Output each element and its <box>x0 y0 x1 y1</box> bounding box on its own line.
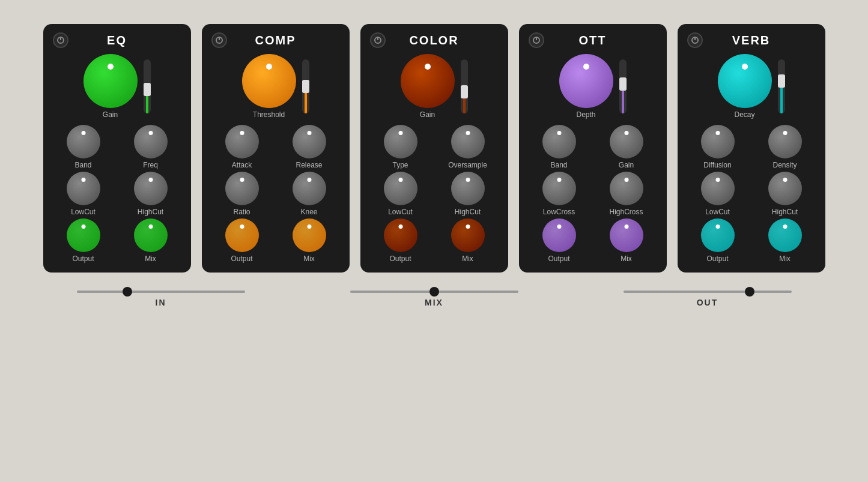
color-lowcut-knob-label: LowCut <box>388 208 413 216</box>
module-comp: COMPThresholdAttackReleaseRatioKneeOutpu… <box>202 24 350 273</box>
comp-attack-knob-dot <box>240 131 244 135</box>
eq-output-knob[interactable] <box>67 218 100 252</box>
eq-freq-knob[interactable] <box>134 125 168 158</box>
color-main-knob[interactable] <box>401 54 455 108</box>
comp-main-knob[interactable] <box>242 54 296 108</box>
ott-output-knob[interactable] <box>542 218 576 252</box>
verb-power-button[interactable] <box>687 32 703 48</box>
eq-main-knob-label: Gain <box>103 110 118 119</box>
verb-lowcut-knob[interactable] <box>701 172 735 205</box>
ott-power-button[interactable] <box>529 32 544 48</box>
color-type-knob-dot <box>398 131 402 135</box>
eq-main-knob[interactable] <box>83 54 138 108</box>
eq-band-knob[interactable] <box>67 125 100 158</box>
slider-in-thumb[interactable] <box>123 287 132 297</box>
ott-lowcross-knob[interactable] <box>542 172 576 205</box>
eq-band-knob-dot <box>81 131 85 135</box>
eq-lowcut-knob[interactable] <box>67 172 100 205</box>
verb-knobs-grid: DiffusionDensityLowCutHighCutOutputMix <box>687 125 816 263</box>
ott-fader-track[interactable] <box>619 59 627 113</box>
verb-mix-knob-dot <box>783 224 787 229</box>
ott-band-knob-label: Band <box>550 161 567 169</box>
eq-knob-freq: Freq <box>120 125 181 169</box>
ott-knob-mix: Mix <box>596 218 657 263</box>
slider-out-thumb[interactable] <box>745 287 754 297</box>
verb-diffusion-knob[interactable] <box>701 125 735 158</box>
ott-main-knob[interactable] <box>559 54 613 108</box>
comp-knee-knob[interactable] <box>293 172 326 205</box>
eq-fader-thumb[interactable] <box>144 83 151 96</box>
eq-freq-knob-label: Freq <box>143 161 158 169</box>
color-knob-output: Output <box>370 218 431 263</box>
ott-highcross-knob[interactable] <box>610 172 643 205</box>
color-fader-thumb[interactable] <box>461 85 468 98</box>
eq-fader-wrap <box>144 59 151 113</box>
verb-mix-knob[interactable] <box>768 218 802 252</box>
ott-gain-knob[interactable] <box>610 125 643 158</box>
color-lowcut-knob[interactable] <box>384 172 417 205</box>
ott-band-knob-dot <box>557 131 561 135</box>
verb-density-knob[interactable] <box>768 125 802 158</box>
eq-output-knob-label: Output <box>72 255 94 263</box>
verb-knob-lowcut: LowCut <box>687 172 748 216</box>
color-mix-knob[interactable] <box>451 218 485 252</box>
color-output-knob[interactable] <box>384 218 417 252</box>
comp-knee-knob-label: Knee <box>300 208 317 216</box>
comp-ratio-knob[interactable] <box>225 172 259 205</box>
color-output-knob-label: Output <box>389 255 411 263</box>
color-header: COLOR <box>370 32 499 48</box>
color-oversample-knob[interactable] <box>451 125 485 158</box>
ott-main-knob-dot <box>583 64 589 70</box>
comp-attack-knob[interactable] <box>225 125 259 158</box>
comp-fader-thumb[interactable] <box>302 80 309 93</box>
verb-main-knob-wrap: Decay <box>718 54 772 119</box>
comp-mix-knob-dot <box>307 224 311 229</box>
color-type-knob[interactable] <box>384 125 417 158</box>
comp-ratio-knob-dot <box>240 178 244 182</box>
verb-output-knob-label: Output <box>706 255 728 263</box>
comp-release-knob-label: Release <box>296 161 322 169</box>
eq-mix-knob[interactable] <box>134 218 168 252</box>
verb-fader-thumb[interactable] <box>778 74 785 88</box>
verb-header: VERB <box>687 32 816 48</box>
verb-knob-highcut: HighCut <box>754 172 816 216</box>
eq-fader-track[interactable] <box>144 59 151 113</box>
ott-gain-knob-dot <box>624 131 628 135</box>
ott-band-knob[interactable] <box>542 125 576 158</box>
verb-fader-track[interactable] <box>778 59 785 113</box>
verb-main-knob[interactable] <box>718 54 772 108</box>
verb-lowcut-knob-label: LowCut <box>705 208 730 216</box>
eq-highcut-knob[interactable] <box>134 172 168 205</box>
ott-mix-knob[interactable] <box>610 218 643 252</box>
color-mix-knob-dot <box>466 224 470 229</box>
slider-mix-thumb[interactable] <box>429 287 439 297</box>
color-power-button[interactable] <box>370 32 386 48</box>
slider-in-track[interactable] <box>77 291 245 293</box>
comp-mix-knob-label: Mix <box>303 255 315 263</box>
ott-fader-thumb[interactable] <box>619 77 627 91</box>
comp-output-knob[interactable] <box>225 218 259 252</box>
ott-header: OTT <box>529 32 657 48</box>
comp-power-button[interactable] <box>211 32 227 48</box>
comp-fader-track[interactable] <box>302 59 309 113</box>
comp-knob-mix: Mix <box>279 218 340 263</box>
slider-out-track[interactable] <box>624 291 792 293</box>
verb-knob-density: Density <box>754 125 816 169</box>
verb-density-knob-label: Density <box>772 161 797 169</box>
ott-highcross-knob-label: HighCross <box>609 208 643 216</box>
color-main-row: Gain <box>370 54 499 119</box>
comp-knob-knee: Knee <box>279 172 340 216</box>
eq-header: EQ <box>53 32 181 48</box>
color-fader-track[interactable] <box>461 59 468 113</box>
verb-highcut-knob[interactable] <box>768 172 802 205</box>
slider-mix-track[interactable] <box>350 291 518 293</box>
color-highcut-knob[interactable] <box>451 172 485 205</box>
comp-release-knob[interactable] <box>293 125 326 158</box>
module-ott: OTTDepthBandGainLowCrossHighCrossOutputM… <box>519 24 667 273</box>
comp-mix-knob[interactable] <box>293 218 326 252</box>
verb-mix-knob-label: Mix <box>779 255 791 263</box>
eq-mix-knob-dot <box>148 224 153 229</box>
ott-main-knob-label: Depth <box>576 110 595 119</box>
eq-power-button[interactable] <box>53 32 68 48</box>
verb-output-knob[interactable] <box>701 218 735 252</box>
